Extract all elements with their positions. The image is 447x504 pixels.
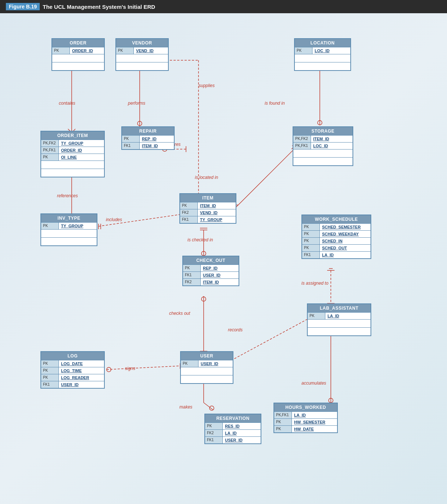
rel-supplies: supplies (199, 83, 215, 88)
rel-includes: includes (106, 217, 122, 222)
svg-point-39 (201, 297, 206, 301)
entity-ORDER-ITEM-row3: PK OI_LINE (41, 154, 104, 161)
entity-LOCATION-row1: PK LOC_ID (295, 47, 350, 54)
rel-accumulates: accumulates (301, 381, 326, 386)
entity-LAB-ASSISTANT: LAB_ASSISTANT PK LA_ID (307, 303, 371, 336)
rel-is-located-in: is located in (195, 175, 218, 180)
entity-CHECK-OUT-row2: FK1 USER_ID (183, 271, 239, 278)
rel-performs: performs (128, 101, 145, 106)
entity-CHECK-OUT-row1: PK REP_ID (183, 264, 239, 271)
rel-references: references (57, 193, 78, 198)
entity-LOCATION: LOCATION PK LOC_ID (294, 38, 351, 71)
figure-label: Figure B.19 (6, 3, 40, 10)
entity-INV-TYPE: INV_TYPE PK TY_GROUP (40, 213, 97, 246)
entity-VENDOR: VENDOR PK VEND_ID (115, 38, 169, 71)
entity-RESERVATION: RESERVATION PK RES_ID FK2 LA_ID FK1 USER… (204, 414, 261, 444)
entity-WORK-SCHEDULE-row2: PK SCHED_WEEKDAY (302, 230, 371, 237)
svg-point-16 (318, 120, 322, 125)
entity-USER-header: USER (181, 352, 233, 360)
entity-CHECK-OUT: CHECK_OUT PK REP_ID FK1 USER_ID FK2 ITEM… (182, 256, 239, 286)
entity-VENDOR-row1: PK VEND_ID (116, 47, 168, 54)
entity-CHECK-OUT-row3: FK2 ITEM_ID (183, 278, 239, 285)
entity-RESERVATION-header: RESERVATION (205, 414, 261, 422)
entity-WORK-SCHEDULE-header: WORK_SCHEDULE (302, 215, 371, 223)
entity-LOCATION-header: LOCATION (295, 39, 350, 47)
entity-STORAGE: STORAGE PK,FK2 ITEM_ID PK,FK1 LOC_ID (293, 126, 353, 166)
entity-ITEM-header: ITEM (180, 194, 236, 202)
entity-ORDER-row1: PK ORDER_ID (52, 47, 104, 54)
entity-ORDER-ITEM: ORDER_ITEM PK,FK2 TY_GROUP PK,FK1 ORDER_… (40, 131, 105, 177)
entity-WORK-SCHEDULE-row5: FK1 LA_ID (302, 251, 371, 258)
entity-HOURS-WORKED: HOURS_WORKED PK,FK1 LA_ID PK HW_SEMESTER… (273, 403, 338, 433)
rel-is-checked-in: is checked in (187, 237, 213, 242)
entity-WORK-SCHEDULE: WORK_SCHEDULE PK SCHED_SEMESTER PK SCHED… (301, 215, 371, 259)
entity-LOG: LOG PK LOG_DATE PK LOG_TIME PK LOG_READE… (40, 351, 105, 389)
entity-CHECK-OUT-header: CHECK_OUT (183, 256, 239, 264)
rel-makes: makes (179, 404, 192, 410)
svg-line-54 (107, 366, 180, 370)
entity-ITEM-row2: FK2 VEND_ID (180, 209, 236, 216)
entity-ORDER-ITEM-row1: PK,FK2 TY_GROUP (41, 140, 104, 147)
entity-LOG-row3: PK LOG_READER (41, 374, 104, 381)
entity-REPAIR-row1: PK REP_ID (122, 135, 174, 142)
entity-USER-row1: PK USER_ID (181, 360, 233, 367)
entity-REPAIR-row2: FK1 ITEM_ID (122, 142, 174, 149)
entity-ITEM-row1: PK ITEM_ID (180, 202, 236, 209)
entity-RESERVATION-row1: PK RES_ID (205, 422, 261, 429)
rel-is-assigned-to: is assigned to (301, 281, 328, 286)
entity-HOURS-WORKED-header: HOURS_WORKED (274, 403, 337, 411)
svg-line-42 (228, 314, 316, 362)
entity-STORAGE-row1: PK,FK2 ITEM_ID (293, 135, 353, 142)
rel-is-found-in: is found in (265, 101, 285, 106)
svg-line-59 (204, 403, 213, 410)
entity-LAB-ASSISTANT-row1: PK LA_ID (308, 312, 371, 319)
entity-REPAIR-header: REPAIR (122, 127, 174, 135)
entity-HOURS-WORKED-row2: PK HW_SEMESTER (274, 418, 337, 425)
svg-point-62 (210, 406, 214, 410)
svg-line-20 (235, 149, 294, 208)
entity-LOG-row1: PK LOG_DATE (41, 360, 104, 367)
entity-ORDER-ITEM-header: ORDER_ITEM (41, 132, 104, 140)
entity-WORK-SCHEDULE-row1: PK SCHED_SEMESTER (302, 223, 371, 230)
entity-HOURS-WORKED-row1: PK,FK1 LA_ID (274, 411, 337, 418)
entity-INV-TYPE-row1: PK TY_GROUP (41, 222, 97, 229)
entity-ITEM: ITEM PK ITEM_ID FK2 VEND_ID FK1 TY_GROUP (179, 193, 236, 224)
entity-INV-TYPE-header: INV_TYPE (41, 214, 97, 222)
entity-RESERVATION-row3: FK1 USER_ID (205, 436, 261, 443)
rel-records: records (228, 327, 243, 332)
entity-VENDOR-header: VENDOR (116, 39, 168, 47)
rel-checks-out: checks out (169, 311, 190, 316)
svg-point-55 (107, 367, 111, 372)
entity-ORDER-header: ORDER (52, 39, 104, 47)
diagram-container: contains performs supplies is found in r… (0, 13, 447, 504)
rel-contains: contains (59, 101, 75, 106)
entity-ITEM-row3: FK1 TY_GROUP (180, 216, 236, 223)
entity-REPAIR: REPAIR PK REP_ID FK1 ITEM_ID (121, 126, 175, 150)
entity-WORK-SCHEDULE-row3: PK SCHED_IN (302, 237, 371, 244)
entity-ORDER: ORDER PK ORDER_ID (51, 38, 105, 71)
entity-ORDER-ITEM-row2: PK,FK1 ORDER_ID (41, 147, 104, 154)
entity-LAB-ASSISTANT-header: LAB_ASSISTANT (308, 304, 371, 312)
rel-signs: signs (125, 366, 135, 371)
entity-LOG-row2: PK LOG_TIME (41, 367, 104, 374)
svg-point-37 (201, 251, 206, 256)
entity-USER: USER PK USER_ID (180, 351, 233, 384)
entity-LOG-header: LOG (41, 352, 104, 360)
entity-HOURS-WORKED-row3: PK HW_DATE (274, 425, 337, 432)
entity-WORK-SCHEDULE-row4: PK SCHED_OUT (302, 244, 371, 251)
svg-point-8 (137, 121, 142, 126)
entity-STORAGE-row2: PK,FK1 LOC_ID (293, 142, 353, 149)
entity-STORAGE-header: STORAGE (293, 127, 353, 135)
page-title: The UCL Management System's Initial ERD (43, 4, 155, 10)
entity-LOG-row4: FK1 USER_ID (41, 381, 104, 388)
entity-RESERVATION-row2: FK2 LA_ID (205, 429, 261, 436)
page-header: Figure B.19 The UCL Management System's … (0, 0, 447, 13)
svg-point-53 (329, 398, 333, 403)
